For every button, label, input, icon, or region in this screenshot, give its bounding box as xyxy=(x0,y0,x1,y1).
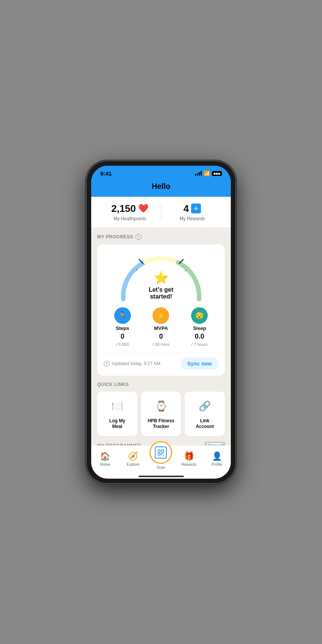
svg-rect-2 xyxy=(158,450,160,452)
log-meal-label: Log MyMeal xyxy=(109,418,125,430)
battery-icon: ■■■ xyxy=(212,171,222,176)
log-meal-icon: 🍽️ xyxy=(109,398,126,415)
metrics-row: 🏃 Steps 0 / 5,000 ⚡ MVPA 0 / xyxy=(103,307,219,347)
wifi-icon: 📶 xyxy=(204,170,210,176)
nav-explore[interactable]: 🧭 Explore xyxy=(119,451,147,467)
nav-home-label: Home xyxy=(100,462,110,467)
mvpa-metric: ⚡ MVPA 0 / 30 mins xyxy=(152,307,170,347)
sync-now-button[interactable]: Sync now xyxy=(180,358,219,370)
phone-screen: 9:41 📶 ■■■ Hello 2,150 xyxy=(91,166,231,479)
quick-links-header: QUICK LINKS xyxy=(97,382,225,387)
phone-frame: 9:41 📶 ■■■ Hello 2,150 xyxy=(87,161,235,483)
fitness-tracker-label: HPB FitnessTracker xyxy=(148,418,174,430)
status-icons: 📶 ■■■ xyxy=(195,170,222,176)
fitness-tracker-icon: ⌚ xyxy=(152,398,170,415)
bottom-nav: 🏠 Home 🧭 Explore xyxy=(91,445,231,474)
nav-home[interactable]: 🏠 Home xyxy=(91,451,119,467)
sync-time-text: Updated today, 9:27 AM xyxy=(112,361,160,366)
sync-time: 🕐 Updated today, 9:27 AM xyxy=(103,361,160,367)
nav-rewards-label: Rewards xyxy=(182,462,196,467)
rewards-stat[interactable]: 4 ✛ My Rewards xyxy=(161,203,223,221)
mvpa-icon: ⚡ xyxy=(152,307,169,324)
sleep-icon: 😴 xyxy=(191,307,208,324)
mvpa-value: 0 xyxy=(159,333,163,341)
nav-rewards[interactable]: 🎁 Rewards xyxy=(175,451,203,467)
gift-icon: ✛ xyxy=(191,204,201,213)
info-icon[interactable]: i xyxy=(135,234,142,240)
star-icon: ⭐ ✦ ✦ · · xyxy=(138,271,184,285)
steps-value: 0 xyxy=(121,333,124,341)
progress-section: MY PROGRESS i xyxy=(91,228,231,445)
nav-profile-label: Profile xyxy=(212,462,222,467)
rewards-value: 4 xyxy=(184,203,189,215)
home-indicator xyxy=(138,476,184,477)
healthpoints-stat: 2,150 ❤️ My Healthpoints xyxy=(99,203,161,221)
mvpa-max: / 30 mins xyxy=(152,342,170,347)
sleep-metric: 😴 Sleep 0.0 / 7 hours xyxy=(191,307,208,347)
fitness-tracker-link[interactable]: ⌚ HPB FitnessTracker xyxy=(141,392,181,436)
scroll-content: 2,150 ❤️ My Healthpoints 4 ✛ My Rewards xyxy=(91,197,231,445)
healthpoints-label: My Healthpoints xyxy=(114,216,146,221)
explore-icon: 🧭 xyxy=(128,451,138,461)
status-time: 9:41 xyxy=(100,170,112,177)
sleep-max: / 7 hours xyxy=(191,342,208,347)
steps-metric: 🏃 Steps 0 / 5,000 xyxy=(114,307,131,347)
rewards-label: My Rewards xyxy=(180,216,205,221)
home-icon: 🏠 xyxy=(100,451,110,461)
svg-rect-3 xyxy=(162,450,164,452)
nav-profile[interactable]: 👤 Profile xyxy=(203,451,231,467)
rewards-icon: 🎁 xyxy=(184,451,194,461)
view-all-button[interactable]: View all xyxy=(205,442,225,445)
app-header: Hello xyxy=(91,179,231,197)
gauge-motivational-text: Let's get started! xyxy=(138,286,184,300)
sync-row: 🕐 Updated today, 9:27 AM Sync now xyxy=(103,353,219,370)
status-bar: 9:41 📶 ■■■ xyxy=(91,166,231,179)
link-account-icon: 🔗 xyxy=(196,398,213,415)
scan-button[interactable] xyxy=(149,441,172,464)
profile-icon: 👤 xyxy=(212,451,222,461)
home-indicator-bar xyxy=(91,474,231,479)
progress-section-title: MY PROGRESS i xyxy=(97,234,142,240)
sleep-value: 0.0 xyxy=(195,333,204,341)
nav-scan-label: Scan xyxy=(157,465,165,470)
steps-icon: 🏃 xyxy=(114,307,131,324)
nav-explore-label: Explore xyxy=(127,462,140,467)
progress-card: ⭐ ✦ ✦ · · Let's get started! xyxy=(97,244,225,376)
quick-links-title: QUICK LINKS xyxy=(97,382,129,387)
link-account-label: LinkAccount xyxy=(196,418,214,430)
scan-icon xyxy=(155,446,167,459)
steps-max: / 5,000 xyxy=(116,342,129,347)
mvpa-label: MVPA xyxy=(154,325,168,331)
stats-card: 2,150 ❤️ My Healthpoints 4 ✛ My Rewards xyxy=(91,197,231,228)
greeting-text: Hello xyxy=(152,182,170,190)
log-meal-link[interactable]: 🍽️ Log MyMeal xyxy=(97,392,137,436)
signal-icon xyxy=(195,171,202,176)
gauge-center: ⭐ ✦ ✦ · · Let's get started! xyxy=(138,271,184,300)
heart-icon: ❤️ xyxy=(138,204,148,213)
svg-rect-4 xyxy=(158,453,160,455)
progress-section-header: MY PROGRESS i xyxy=(97,234,225,240)
steps-label: Steps xyxy=(116,325,129,331)
clock-icon: 🕐 xyxy=(103,361,110,367)
nav-scan-container: Scan xyxy=(147,449,175,470)
gauge-container: ⭐ ✦ ✦ · · Let's get started! xyxy=(116,252,207,301)
quick-links-row: 🍽️ Log MyMeal ⌚ HPB FitnessTracker 🔗 Lin… xyxy=(97,392,225,436)
link-account-link[interactable]: 🔗 LinkAccount xyxy=(185,392,225,436)
healthpoints-value: 2,150 xyxy=(111,203,136,215)
sleep-label: Sleep xyxy=(193,325,206,331)
